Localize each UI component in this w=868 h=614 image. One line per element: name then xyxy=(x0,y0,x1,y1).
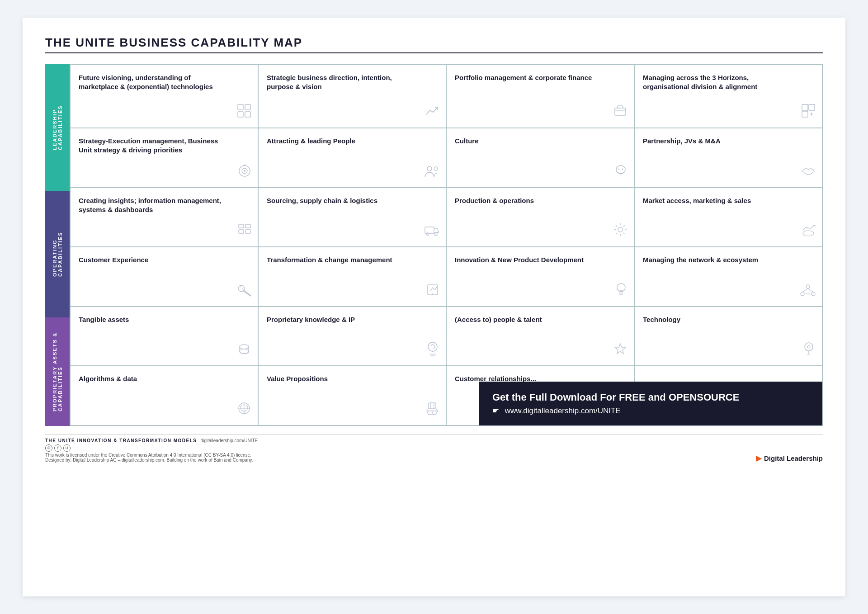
row-proprietary-1: Tangible assets Proprietary knowledge & … xyxy=(70,307,822,366)
cell-o2-2: Transformation & change management xyxy=(258,247,446,307)
row-operating-1: Creating insights; information managemen… xyxy=(70,188,822,247)
svg-point-13 xyxy=(244,170,245,172)
grid: Future visioning, understanding of marke… xyxy=(70,64,823,426)
page: THE UNITE BUSINESS CAPABILITY MAP LEADER… xyxy=(23,18,845,596)
icon-p1-1 xyxy=(237,343,251,359)
svg-rect-2 xyxy=(238,112,243,117)
icon-p2-2 xyxy=(425,402,439,419)
svg-marker-49 xyxy=(615,344,626,354)
svg-point-50 xyxy=(805,343,813,351)
cell-p2-2: Value Propositions xyxy=(258,366,446,425)
svg-point-17 xyxy=(616,165,625,174)
icon-p1-2 xyxy=(426,341,439,359)
icon-o1-1 xyxy=(238,223,251,240)
svg-point-39 xyxy=(811,292,815,296)
svg-rect-8 xyxy=(802,111,808,117)
cell-o1-3: Production & operations xyxy=(446,188,634,247)
banner-title: Get the Full Download For FREE and OPENS… xyxy=(492,392,809,403)
cc-icon-3: ↺ xyxy=(63,444,71,452)
cell-o2-4: Managing the network & ecosystem xyxy=(634,247,822,307)
footer-company: Digital Leadership xyxy=(764,454,823,462)
cell-l2-1: Strategy-Execution management, Business … xyxy=(70,128,258,188)
footer-url: digitalleadership.com/UNITE xyxy=(200,438,258,443)
icon-p1-3 xyxy=(613,342,627,359)
cell-l1-4: Managing across the 3 Horizons, organisa… xyxy=(634,65,822,128)
cell-o1-2: Sourcing, supply chain & logistics xyxy=(258,188,446,247)
footer-arrow-icon: ▶ xyxy=(756,454,761,463)
svg-rect-22 xyxy=(245,224,250,228)
svg-line-40 xyxy=(802,288,808,292)
svg-point-45 xyxy=(428,342,437,351)
row-leadership-2: Strategy-Execution management, Business … xyxy=(70,128,822,188)
cell-l2-4: Partnership, JVs & M&A xyxy=(634,128,822,188)
row-leadership-1: Future visioning, understanding of marke… xyxy=(70,65,822,128)
row-proprietary-2: Algorithms & data Value Propositions xyxy=(70,366,822,425)
cell-l2-2: Attracting & leading People xyxy=(258,128,446,188)
icon-o1-4 xyxy=(801,224,816,240)
title-divider xyxy=(45,52,823,53)
footer-right: ▶ Digital Leadership xyxy=(756,454,823,463)
cc-icon-2: f xyxy=(54,444,61,452)
cell-p1-3: (Access to) people & talent xyxy=(446,307,634,366)
banner-url: ☛ www.digitalleadership.com/UNITE xyxy=(492,406,809,416)
cell-l1-2: Strategic business direction, intention,… xyxy=(258,65,446,128)
cell-p1-4: Technology xyxy=(634,307,822,366)
footer-license: This work is licensed under the Creative… xyxy=(45,453,258,458)
icon-o2-2 xyxy=(426,283,439,300)
cc-icon: © xyxy=(45,444,52,452)
cell-p2-1: Algorithms & data xyxy=(70,366,258,425)
svg-rect-0 xyxy=(238,104,243,110)
cc-icons: © f ↺ xyxy=(45,444,258,452)
icon-l2-3 xyxy=(614,164,627,181)
svg-point-18 xyxy=(618,168,620,170)
svg-point-19 xyxy=(622,168,623,170)
cell-o1-1: Creating insights; information managemen… xyxy=(70,188,258,247)
footer-left: THE UNITE INNOVATION & TRANSFORMATION MO… xyxy=(45,438,258,463)
icon-l1-2 xyxy=(425,104,439,121)
cell-l2-3: Culture xyxy=(446,128,634,188)
svg-point-28 xyxy=(803,231,814,236)
sidebar: LEADERSHIPCAPABILITIES OPERATINGCAPABILI… xyxy=(45,64,70,426)
cell-o2-3: Innovation & New Product Development xyxy=(446,247,634,307)
svg-point-27 xyxy=(618,227,623,232)
icon-o1-3 xyxy=(613,222,627,240)
svg-point-16 xyxy=(434,167,438,170)
svg-rect-6 xyxy=(802,104,808,110)
cell-l1-3: Portfolio management & corporate finance xyxy=(446,65,634,128)
footer-designer: Designed by: Digital Leadership AG – dig… xyxy=(45,458,258,463)
sidebar-proprietary: PROPRIETARY ASSETS &CAPABILITIES xyxy=(45,317,70,426)
svg-rect-1 xyxy=(245,104,250,110)
cell-p1-2: Proprietary knowledge & IP xyxy=(258,307,446,366)
row-operating-2: Customer Experience Transformation & cha… xyxy=(70,247,822,307)
sidebar-leadership: LEADERSHIPCAPABILITIES xyxy=(45,64,70,191)
cell-o2-1: Customer Experience xyxy=(70,247,258,307)
svg-point-38 xyxy=(801,292,804,296)
svg-rect-3 xyxy=(245,112,250,117)
svg-rect-20 xyxy=(239,224,244,228)
svg-rect-56 xyxy=(429,403,436,408)
icon-l2-1 xyxy=(238,164,251,181)
icon-l1-3 xyxy=(613,104,627,121)
banner-arrow-icon: ☛ xyxy=(492,406,499,415)
svg-point-37 xyxy=(806,285,810,288)
icon-o1-2 xyxy=(424,224,439,240)
icon-l1-4 xyxy=(801,104,816,121)
svg-point-51 xyxy=(807,345,810,348)
svg-rect-23 xyxy=(245,230,250,233)
cell-p1-1: Tangible assets xyxy=(70,307,258,366)
icon-l2-2 xyxy=(424,165,439,181)
svg-point-15 xyxy=(427,166,432,171)
svg-rect-21 xyxy=(239,230,244,233)
cell-l1-1: Future visioning, understanding of marke… xyxy=(70,65,258,128)
icon-o2-4 xyxy=(800,284,816,300)
icon-l1-1 xyxy=(237,104,251,121)
icon-p1-4 xyxy=(802,341,816,359)
footer-brand: THE UNITE INNOVATION & TRANSFORMATION MO… xyxy=(45,438,197,443)
sidebar-operating: OPERATINGCAPABILITIES xyxy=(45,191,70,317)
footer: THE UNITE INNOVATION & TRANSFORMATION MO… xyxy=(45,434,823,463)
icon-o2-3 xyxy=(615,282,627,300)
svg-line-41 xyxy=(808,288,813,292)
download-banner[interactable]: Get the Full Download For FREE and OPENS… xyxy=(479,382,822,425)
page-title: THE UNITE BUSINESS CAPABILITY MAP xyxy=(45,36,823,50)
icon-o2-1 xyxy=(237,284,251,300)
